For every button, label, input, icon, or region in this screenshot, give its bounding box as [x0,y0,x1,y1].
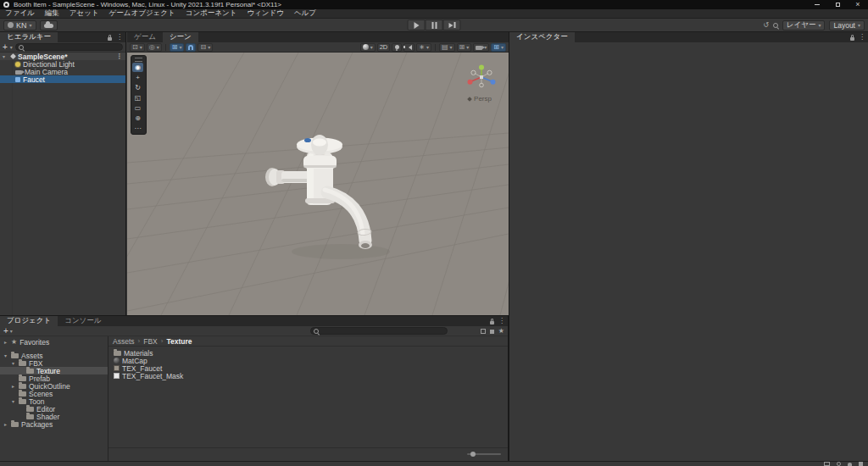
tree-row[interactable]: ▾Assets [0,352,108,359]
breadcrumb-segment[interactable]: FBX [143,337,158,346]
orientation-gizmo[interactable] [463,63,500,93]
tree-row[interactable]: Texture [0,367,108,374]
rect-tool[interactable]: ▭ [132,103,143,113]
lock-icon[interactable] [850,37,854,41]
console-icon[interactable] [824,462,830,466]
layers-dropdown[interactable]: レイヤー ▾ [782,20,826,31]
search-icon[interactable] [773,23,778,28]
chevron-down-icon[interactable]: ▾ [10,329,13,334]
menu-item[interactable]: 編集 [40,8,64,19]
scene-lighting-toggle[interactable] [392,43,402,52]
menu-item[interactable]: ウィンドウ [242,8,289,19]
camera-view-dropdown[interactable]: ▾ [473,43,489,52]
create-object-button[interactable]: + [3,43,8,52]
close-button[interactable]: × [848,0,868,9]
projection-mode-button[interactable]: Persp [456,95,504,103]
tree-row[interactable]: Shader [0,413,108,420]
project-search-input[interactable] [310,327,448,335]
thumbnail-zoom-slider[interactable] [467,453,501,455]
effects-dropdown[interactable]: ∗▾ [416,43,431,52]
notification-icon[interactable] [848,463,852,466]
menu-item[interactable]: ファイル [0,8,40,19]
file-row[interactable]: TEX_Faucet_Mask [108,372,508,380]
zoom-slider-knob[interactable] [470,452,476,457]
tree-row[interactable]: ▸Packages [0,420,108,428]
foldout-arrow[interactable]: ▾ [10,398,16,404]
layout-label: Layout [833,21,855,30]
lock-icon[interactable] [490,321,494,325]
more-tools[interactable]: ⋯ [132,124,143,133]
panel-menu-icon[interactable]: ⋮ [498,318,505,325]
gizmos-dropdown[interactable]: ⊞▾ [491,43,506,52]
layout-dropdown[interactable]: Layout ▾ [829,20,865,31]
hierarchy-panel: ヒエラルキー ⋮ + ▾ ▾SampleScene*⋮Directional L… [0,32,126,315]
cloud-services-button[interactable] [40,20,58,31]
grid-snapping-dropdown[interactable]: ⊞▾ [170,43,185,52]
play-button[interactable] [408,19,426,31]
search-by-label-button[interactable] [490,330,494,334]
step-button[interactable] [443,19,461,31]
tab-bottom[interactable]: コンソール [58,316,108,326]
rotate-tool[interactable]: ↻ [132,83,143,92]
file-row[interactable]: MatCap [108,357,508,364]
hidden-objects-dropdown[interactable]: ▤▾ [439,43,455,52]
grid-visibility-dropdown[interactable]: ⊞▾ [457,43,472,52]
lock-icon[interactable] [108,37,112,41]
tree-row[interactable]: Scenes [0,390,108,397]
foldout-arrow[interactable]: ▾ [3,53,8,59]
tab-view[interactable]: ゲーム [127,32,163,42]
tree-row[interactable]: ▸QuickOutline [0,382,108,390]
scale-tool[interactable]: ◱ [132,93,143,103]
tree-row-label: Packages [21,420,53,429]
search-by-type-button[interactable] [481,329,486,334]
tree-row[interactable]: ▸★Favorites [0,338,108,346]
transform-tool[interactable]: ⊕ [132,114,143,123]
menu-item[interactable]: ゲームオブジェクト [104,8,181,19]
minimize-button[interactable] [807,0,827,9]
faucet-model[interactable] [265,135,390,259]
scene-viewport[interactable]: ◉+↻◱▭⊕⋯ Persp [127,53,509,315]
favorites-star-button[interactable]: ★ [498,328,504,335]
shading-mode-dropdown[interactable]: ▾ [360,43,376,52]
settings-icon[interactable] [859,462,863,466]
account-button[interactable]: KN ▾ [3,20,36,31]
move-tool[interactable]: + [132,73,143,82]
panel-menu-icon[interactable]: ⋮ [859,34,865,41]
file-row[interactable]: Materials [108,349,508,357]
progress-icon[interactable] [837,462,841,466]
foldout-arrow[interactable]: ▸ [10,383,16,389]
menu-item[interactable]: アセット [64,8,104,19]
undo-history-button[interactable]: ↺ [763,22,769,29]
2d-toggle[interactable]: 2D [377,43,391,52]
breadcrumb-segment[interactable]: Assets [113,337,135,346]
tab-hierarchy[interactable]: ヒエラルキー [0,32,58,42]
breadcrumb-segment[interactable]: Texture [166,337,192,346]
maximize-button[interactable] [827,0,848,9]
tool-handle-position-dropdown[interactable]: ⊡▾ [130,43,145,52]
tab-inspector[interactable]: インスペクター [509,32,575,42]
scene-menu-icon[interactable]: ⋮ [116,53,123,60]
hierarchy-search-input[interactable] [15,43,123,51]
tab-view[interactable]: シーン [163,32,198,42]
overlay-drag-handle[interactable] [132,57,145,62]
hierarchy-item[interactable]: Faucet [0,75,125,83]
folder-icon [11,422,19,427]
snap-increment-dropdown[interactable]: ⊟▾ [198,43,213,52]
tool-handle-rotation-dropdown[interactable]: ◎▾ [147,43,162,52]
foldout-arrow[interactable]: ▸ [3,421,8,427]
tab-bottom[interactable]: プロジェクト [0,316,58,326]
inspector-panel: インスペクター ⋮ [509,32,868,461]
chevron-down-icon[interactable]: ▾ [10,45,13,50]
create-asset-button[interactable]: + [3,327,8,336]
view-tool[interactable]: ◉ [132,63,143,72]
panel-menu-icon[interactable]: ⋮ [116,34,123,41]
foldout-arrow[interactable]: ▾ [3,352,8,358]
pause-button[interactable] [426,19,443,31]
hierarchy-item[interactable]: Main Camera [0,68,125,75]
menu-item[interactable]: ヘルプ [289,8,321,19]
foldout-arrow[interactable]: ▸ [3,339,8,345]
foldout-arrow[interactable]: ▾ [10,360,16,366]
scene-audio-toggle[interactable] [403,43,415,52]
menu-item[interactable]: コンポーネント [181,8,242,19]
snap-magnet-toggle[interactable] [186,43,196,52]
